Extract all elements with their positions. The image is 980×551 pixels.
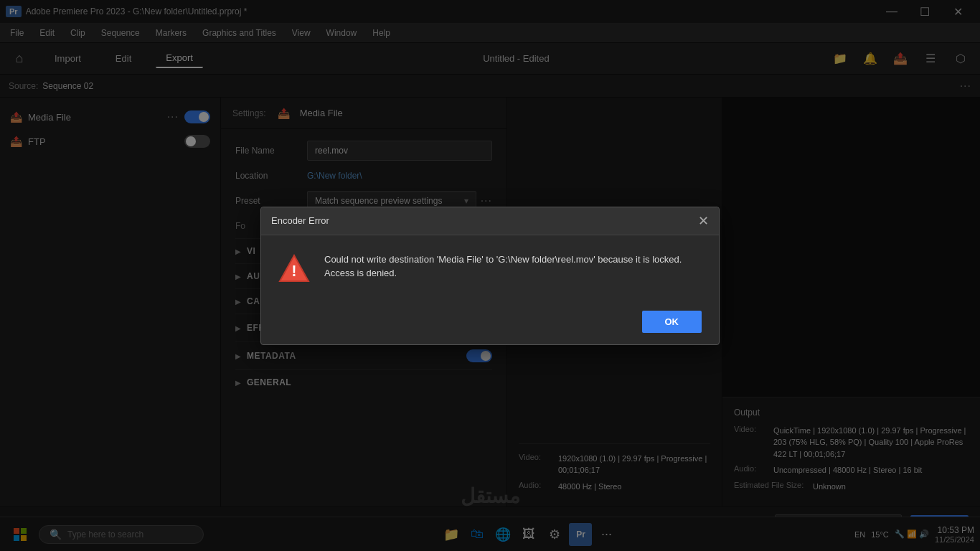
warning-icon: !	[278, 254, 310, 289]
svg-text:!: !	[291, 262, 296, 280]
dialog-title: Encoder Error	[271, 215, 329, 226]
dialog-message: Could not write destination 'Media File'…	[324, 253, 702, 281]
dialog-close-button[interactable]: ✕	[698, 215, 709, 227]
dialog-overlay: Encoder Error ✕ ! Could not write destin…	[0, 0, 980, 551]
error-dialog: Encoder Error ✕ ! Could not write destin…	[260, 207, 720, 345]
ok-button[interactable]: OK	[642, 311, 702, 333]
dialog-header: Encoder Error ✕	[261, 207, 719, 235]
dialog-footer: OK	[261, 303, 719, 344]
dialog-body: ! Could not write destination 'Media Fil…	[261, 235, 719, 303]
